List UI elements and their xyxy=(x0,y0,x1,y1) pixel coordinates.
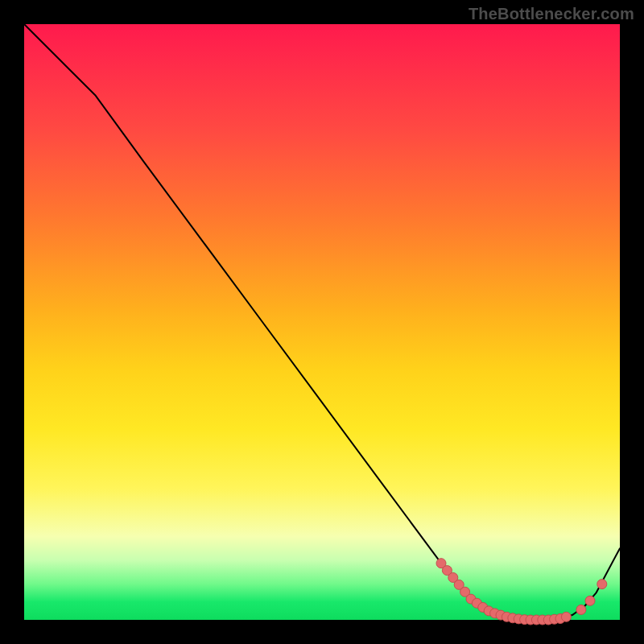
bottleneck-curve xyxy=(24,24,620,620)
chart-stage: TheBottlenecker.com xyxy=(0,0,644,644)
curve-markers xyxy=(436,559,607,625)
attribution-label: TheBottlenecker.com xyxy=(469,5,634,23)
curve-marker xyxy=(597,580,607,589)
curve-layer xyxy=(24,24,620,620)
curve-marker xyxy=(561,612,571,621)
curve-marker xyxy=(585,596,595,605)
curve-marker xyxy=(576,605,586,614)
plot-area xyxy=(24,24,620,620)
